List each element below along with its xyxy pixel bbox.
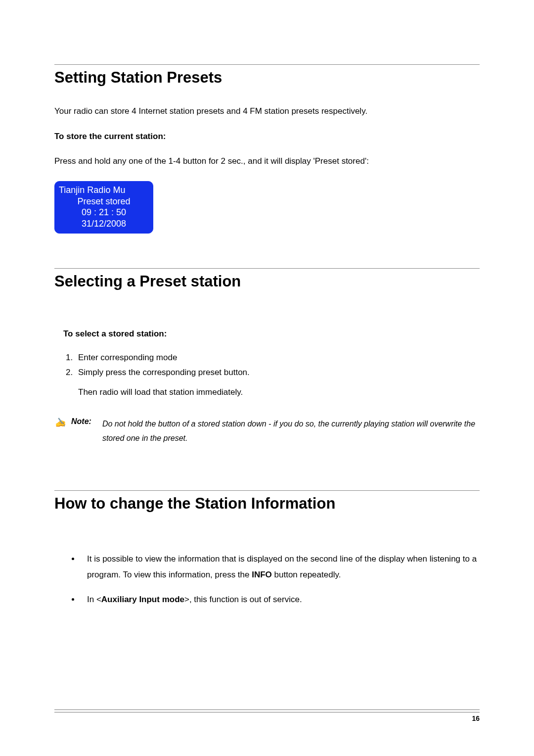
note-block: ✍ Note: Do not hold the button of a stor… <box>54 417 480 446</box>
lcd-line-2: Preset stored <box>55 196 153 207</box>
note-text: Do not hold the button of a stored stati… <box>102 417 480 446</box>
section-rule <box>54 64 480 65</box>
heading-change-station-info: How to change the Station Information <box>54 495 480 513</box>
page-number: 16 <box>54 714 480 722</box>
footer-rule <box>54 709 480 710</box>
section-rule <box>54 490 480 491</box>
note-label: Note: <box>71 417 97 426</box>
bullet-item: It is possible to view the information t… <box>80 551 480 583</box>
bullet-list: It is possible to view the information t… <box>54 551 480 608</box>
footer-rule <box>54 712 480 712</box>
store-instruction: Press and hold any one of the 1-4 button… <box>54 155 480 168</box>
step-followup-text: Then radio will load that station immedi… <box>54 387 480 397</box>
section-rule <box>54 268 480 269</box>
steps-list: Enter corresponding mode Simply press th… <box>54 353 480 378</box>
select-subheading: To select a stored station: <box>63 329 480 339</box>
lcd-line-1: Tianjin Radio Mu <box>55 185 153 196</box>
hand-write-icon: ✍ <box>55 417 66 427</box>
bullet-item: In <Auxiliary Input mode>, this function… <box>80 592 480 608</box>
heading-setting-presets: Setting Station Presets <box>54 69 480 87</box>
store-subheading: To store the current station: <box>54 132 480 142</box>
lcd-line-4: 31/12/2008 <box>55 218 153 230</box>
lcd-line-3: 09 : 21 : 50 <box>55 207 153 218</box>
radio-lcd-display: Tianjin Radio Mu Preset stored 09 : 21 :… <box>54 181 153 234</box>
heading-selecting-preset: Selecting a Preset station <box>54 273 480 290</box>
document-page: Setting Station Presets Your radio can s… <box>0 0 534 647</box>
intro-text: Your radio can store 4 Internet station … <box>54 105 480 118</box>
step-item: Enter corresponding mode <box>75 353 480 363</box>
page-footer: 16 <box>54 709 480 722</box>
step-item: Simply press the corresponding preset bu… <box>75 368 480 378</box>
